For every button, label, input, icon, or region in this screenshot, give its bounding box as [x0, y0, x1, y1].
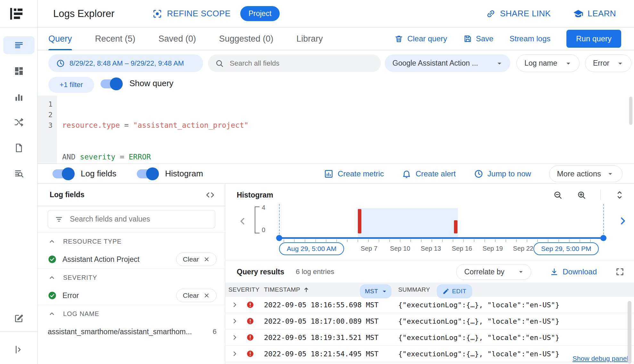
create-metric-button[interactable]: Create metric [324, 169, 384, 179]
tab-query[interactable]: Query [48, 28, 72, 50]
expand-row-chevron[interactable] [231, 317, 239, 325]
more-actions-dropdown[interactable]: More actions [549, 166, 622, 182]
expand-row-chevron[interactable] [231, 350, 239, 358]
severity-dropdown[interactable]: Error [585, 54, 631, 72]
log-fields-search-input[interactable] [69, 214, 209, 224]
clear-resource-filter-button[interactable]: Clear [176, 253, 217, 266]
tab-recent[interactable]: Recent (5) [95, 28, 136, 50]
pan-right-chevron[interactable] [617, 215, 628, 227]
column-summary: SUMMARY [398, 283, 430, 297]
document-icon [14, 143, 24, 153]
field-item-error[interactable]: Error Clear [38, 286, 225, 305]
log-fields-search[interactable] [48, 210, 215, 228]
tab-suggested[interactable]: Suggested (0) [219, 28, 274, 50]
sidebar-item-logs-explorer[interactable] [3, 36, 35, 54]
show-debug-panel-link[interactable]: Show debug panel [572, 355, 628, 362]
run-query-button[interactable]: Run query [566, 30, 621, 48]
sidebar [0, 0, 38, 364]
range-end-handle[interactable] [600, 235, 606, 241]
histogram-bar[interactable] [454, 220, 457, 233]
fullscreen-icon[interactable] [615, 267, 624, 276]
query-line-2: AND severity = ERROR [62, 152, 624, 162]
time-range-filter[interactable]: 8/29/22, 8:48 AM – 9/29/22, 9:48 AM [48, 54, 203, 72]
expand-row-chevron[interactable] [231, 301, 239, 309]
sidebar-item-send-feedback[interactable] [3, 310, 35, 328]
learn-button[interactable]: LEARN [573, 9, 616, 19]
resource-filter-dropdown[interactable]: Google Assistant Action ... [385, 54, 510, 72]
log-name-label: Log name [524, 59, 557, 68]
range-end-pill[interactable]: Sep 29, 5:00 PM [533, 242, 599, 255]
clear-query-button[interactable]: Clear query [394, 34, 447, 43]
query-editor[interactable]: 1 2 3 resource.type = "assistant_action_… [38, 96, 634, 164]
create-alert-button[interactable]: Create alert [402, 169, 456, 179]
edit-summary-button[interactable]: EDIT [437, 284, 472, 298]
filter-bar: 8/29/22, 8:48 AM – 9/29/22, 9:48 AM Goog… [38, 50, 634, 96]
query-results-header: Query results 6 log entries Correlate by… [225, 261, 634, 283]
field-item-count: 6 [213, 328, 217, 336]
log-fields-toggle[interactable] [53, 169, 74, 178]
tab-library[interactable]: Library [296, 28, 323, 50]
expand-row-chevron[interactable] [231, 334, 239, 341]
zoom-in-icon[interactable] [577, 190, 586, 200]
log-name-dropdown[interactable]: Log name [516, 54, 580, 72]
error-severity-icon [246, 317, 254, 325]
range-start-handle[interactable] [276, 235, 282, 241]
sidebar-item-logs-dashboard[interactable] [3, 62, 35, 80]
resource-filter-label: Google Assistant Action ... [392, 59, 478, 68]
jump-to-now-button[interactable]: Jump to now [474, 169, 531, 179]
project-scope-badge[interactable]: Project [240, 6, 280, 21]
search-all-fields[interactable] [208, 54, 381, 72]
section-log-name[interactable]: LOG NAME [38, 305, 225, 322]
field-item-log-name-value[interactable]: assistant_smarthome/assistant_smarthom..… [38, 322, 225, 341]
stream-logs-button[interactable]: Stream logs [509, 34, 550, 43]
range-start-pill[interactable]: Aug 29, 5:00 AM [279, 242, 344, 255]
query-results-title: Query results [237, 268, 284, 276]
chevron-down-icon [381, 287, 388, 295]
add-filter-button[interactable]: +1 filter [48, 77, 94, 93]
refine-scope-button[interactable]: REFINE SCOPE [152, 9, 230, 19]
log-entry-row[interactable]: 2022-09-05 18:17:00.089 MST {"executionL… [225, 313, 634, 329]
sidebar-item-log-analytics[interactable] [3, 165, 35, 183]
log-summary: {"executionLog":{…}, "locale":"en-US"} [398, 329, 559, 345]
graduation-cap-icon [573, 9, 583, 19]
pan-left-chevron[interactable] [237, 216, 248, 227]
sidebar-item-expand-panel[interactable] [3, 341, 35, 359]
search-list-icon [14, 169, 24, 179]
correlate-by-dropdown[interactable]: Correlate by [456, 264, 531, 280]
error-severity-icon [246, 350, 254, 358]
log-entry-row[interactable]: 2022-09-05 18:16:55.698 MST {"executionL… [225, 297, 634, 313]
results-scrollbar[interactable] [628, 301, 631, 364]
sidebar-item-logs-router[interactable] [3, 113, 35, 131]
histogram-toggle[interactable] [137, 169, 158, 178]
timeline-track[interactable] [279, 237, 603, 239]
section-severity[interactable]: SEVERITY [38, 269, 225, 286]
sort-up-icon [303, 286, 310, 293]
column-timestamp[interactable]: TIMESTAMP [264, 283, 310, 297]
log-fields-header: Log fields [38, 184, 225, 206]
tab-saved[interactable]: Saved (0) [159, 28, 196, 50]
field-item-assistant-action-project[interactable]: Assistant Action Project Clear [38, 250, 225, 269]
timezone-dropdown[interactable]: MST [360, 284, 391, 298]
clear-severity-filter-button[interactable]: Clear [176, 289, 217, 302]
cloud-logging-logo-icon[interactable] [9, 6, 24, 21]
download-button[interactable]: Download [550, 267, 597, 276]
log-timestamp: 2022-09-05 18:17:00.089 MST [264, 313, 379, 329]
save-button[interactable]: Save [463, 34, 494, 43]
zoom-out-icon[interactable] [553, 190, 563, 200]
editor-scrollbar[interactable] [629, 97, 632, 125]
sidebar-item-logs-metrics[interactable] [3, 88, 35, 106]
code-string: "assistant_action_project" [133, 121, 249, 129]
histogram-selection-region[interactable] [358, 208, 458, 238]
search-all-fields-input[interactable] [229, 59, 374, 68]
section-resource-type[interactable]: RESOURCE TYPE [38, 232, 225, 250]
close-icon [203, 256, 210, 263]
code-brackets-icon[interactable] [205, 190, 215, 200]
show-query-toggle[interactable] [101, 79, 122, 88]
share-link-button[interactable]: SHARE LINK [486, 9, 551, 19]
line-number: 1 [38, 99, 53, 109]
sidebar-item-logs-storage[interactable] [3, 139, 35, 157]
histogram-bar[interactable] [358, 209, 361, 233]
pencil-icon [442, 288, 449, 295]
unfold-icon[interactable] [615, 190, 624, 200]
log-entry-row[interactable]: 2022-09-05 18:19:31.521 MST {"executionL… [225, 329, 634, 346]
